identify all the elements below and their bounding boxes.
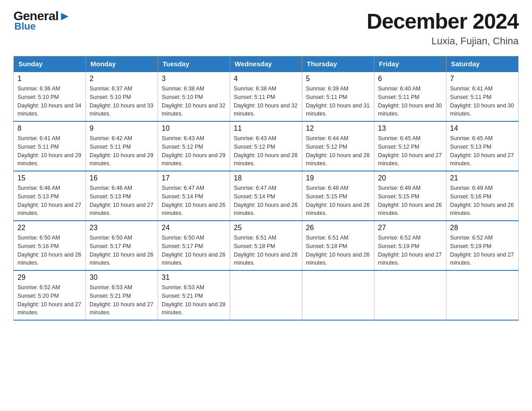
day-info: Sunrise: 6:50 AM Sunset: 5:17 PM Dayligh… [90,234,154,267]
table-row: 20 Sunrise: 6:49 AM Sunset: 5:15 PM Dayl… [374,171,446,221]
table-row: 27 Sunrise: 6:52 AM Sunset: 5:19 PM Dayl… [374,221,446,270]
sunrise-label: Sunrise: 6:48 AM [306,185,348,191]
sunset-label: Sunset: 5:14 PM [234,193,275,200]
day-info: Sunrise: 6:51 AM Sunset: 5:18 PM Dayligh… [306,234,370,267]
table-row: 10 Sunrise: 6:43 AM Sunset: 5:12 PM Dayl… [158,121,230,171]
day-info: Sunrise: 6:36 AM Sunset: 5:10 PM Dayligh… [17,85,82,118]
sunset-label: Sunset: 5:17 PM [162,243,203,249]
header-thursday: Thursday [302,56,374,72]
sunrise-label: Sunrise: 6:52 AM [378,235,420,241]
daylight-label: Daylight: 10 hours and 31 minutes. [306,103,369,117]
day-info: Sunrise: 6:41 AM Sunset: 5:11 PM Dayligh… [17,134,82,168]
sunrise-label: Sunrise: 6:46 AM [17,185,60,191]
sunrise-label: Sunrise: 6:40 AM [378,86,420,92]
sunset-label: Sunset: 5:11 PM [450,94,491,100]
sunrise-label: Sunrise: 6:50 AM [162,235,204,241]
header-monday: Monday [86,56,158,72]
daylight-label: Daylight: 10 hours and 27 minutes. [378,152,442,167]
daylight-label: Daylight: 10 hours and 26 minutes. [17,252,81,266]
sunrise-label: Sunrise: 6:52 AM [17,284,60,291]
sunset-label: Sunset: 5:14 PM [162,193,203,200]
sunset-label: Sunset: 5:16 PM [17,243,59,249]
day-info: Sunrise: 6:49 AM Sunset: 5:15 PM Dayligh… [378,184,442,218]
table-row: 18 Sunrise: 6:47 AM Sunset: 5:14 PM Dayl… [230,171,302,221]
table-row: 7 Sunrise: 6:41 AM Sunset: 5:11 PM Dayli… [446,72,519,121]
table-row: 6 Sunrise: 6:40 AM Sunset: 5:11 PM Dayli… [374,72,446,121]
table-row [446,270,519,320]
table-row: 3 Sunrise: 6:38 AM Sunset: 5:10 PM Dayli… [158,72,230,121]
day-info: Sunrise: 6:46 AM Sunset: 5:13 PM Dayligh… [90,184,154,218]
title-area: December 2024 Luxia, Fujian, China [367,9,519,47]
day-number: 3 [162,75,226,83]
sunrise-label: Sunrise: 6:37 AM [90,86,132,92]
table-row [302,270,374,320]
daylight-label: Daylight: 10 hours and 27 minutes. [450,252,514,266]
day-number: 7 [450,75,515,83]
table-row: 30 Sunrise: 6:53 AM Sunset: 5:21 PM Dayl… [86,270,158,320]
sunrise-label: Sunrise: 6:42 AM [90,135,132,141]
daylight-label: Daylight: 10 hours and 29 minutes. [17,152,81,167]
table-row: 17 Sunrise: 6:47 AM Sunset: 5:14 PM Dayl… [158,171,230,221]
sunrise-label: Sunrise: 6:47 AM [162,185,204,191]
daylight-label: Daylight: 10 hours and 30 minutes. [450,103,514,117]
day-number: 22 [17,224,82,232]
day-number: 13 [378,124,442,133]
sunrise-label: Sunrise: 6:38 AM [234,86,276,92]
header-saturday: Saturday [446,56,519,72]
daylight-label: Daylight: 10 hours and 33 minutes. [90,103,153,117]
day-number: 17 [162,174,226,182]
day-number: 15 [17,174,82,182]
day-info: Sunrise: 6:45 AM Sunset: 5:12 PM Dayligh… [378,134,442,168]
day-info: Sunrise: 6:52 AM Sunset: 5:19 PM Dayligh… [450,234,515,267]
sunset-label: Sunset: 5:18 PM [234,243,275,249]
table-row: 29 Sunrise: 6:52 AM Sunset: 5:20 PM Dayl… [14,270,86,320]
day-number: 19 [306,174,370,182]
sunrise-label: Sunrise: 6:51 AM [234,235,276,241]
daylight-label: Daylight: 10 hours and 28 minutes. [162,301,225,316]
sunrise-label: Sunrise: 6:52 AM [450,235,493,241]
daylight-label: Daylight: 10 hours and 26 minutes. [450,202,514,217]
sunset-label: Sunset: 5:13 PM [90,193,131,200]
table-row [230,270,302,320]
day-number: 1 [17,75,82,83]
sunrise-label: Sunrise: 6:49 AM [378,185,420,191]
header-sunday: Sunday [14,56,86,72]
day-info: Sunrise: 6:39 AM Sunset: 5:11 PM Dayligh… [306,85,370,118]
day-info: Sunrise: 6:53 AM Sunset: 5:21 PM Dayligh… [90,283,154,317]
header-wednesday: Wednesday [230,56,302,72]
day-number: 18 [234,174,298,182]
logo: General► Blue [13,9,71,32]
table-row: 11 Sunrise: 6:43 AM Sunset: 5:12 PM Dayl… [230,121,302,171]
sunset-label: Sunset: 5:13 PM [17,193,59,200]
day-info: Sunrise: 6:53 AM Sunset: 5:21 PM Dayligh… [162,283,226,317]
day-number: 24 [162,224,226,232]
table-row: 24 Sunrise: 6:50 AM Sunset: 5:17 PM Dayl… [158,221,230,270]
sunrise-label: Sunrise: 6:44 AM [306,135,348,141]
sunset-label: Sunset: 5:10 PM [90,94,131,100]
table-row: 15 Sunrise: 6:46 AM Sunset: 5:13 PM Dayl… [14,171,86,221]
table-row: 4 Sunrise: 6:38 AM Sunset: 5:11 PM Dayli… [230,72,302,121]
day-number: 29 [17,274,82,282]
sunset-label: Sunset: 5:11 PM [90,144,131,150]
day-info: Sunrise: 6:51 AM Sunset: 5:18 PM Dayligh… [234,234,298,267]
sunset-label: Sunset: 5:19 PM [378,243,419,249]
sunrise-label: Sunrise: 6:53 AM [162,284,204,291]
sunrise-label: Sunrise: 6:41 AM [450,86,493,92]
table-row: 28 Sunrise: 6:52 AM Sunset: 5:19 PM Dayl… [446,221,519,270]
header-tuesday: Tuesday [158,56,230,72]
table-row: 14 Sunrise: 6:45 AM Sunset: 5:13 PM Dayl… [446,121,519,171]
day-info: Sunrise: 6:41 AM Sunset: 5:11 PM Dayligh… [450,85,515,118]
sunset-label: Sunset: 5:21 PM [162,293,203,299]
day-number: 20 [378,174,442,182]
day-number: 10 [162,124,226,133]
daylight-label: Daylight: 10 hours and 30 minutes. [378,103,442,117]
calendar-week-row: 22 Sunrise: 6:50 AM Sunset: 5:16 PM Dayl… [14,221,519,270]
sunset-label: Sunset: 5:21 PM [90,293,131,299]
daylight-label: Daylight: 10 hours and 29 minutes. [162,152,225,167]
sunrise-label: Sunrise: 6:50 AM [90,235,132,241]
table-row: 12 Sunrise: 6:44 AM Sunset: 5:12 PM Dayl… [302,121,374,171]
daylight-label: Daylight: 10 hours and 27 minutes. [450,152,514,167]
day-info: Sunrise: 6:52 AM Sunset: 5:20 PM Dayligh… [17,283,82,317]
sunset-label: Sunset: 5:12 PM [378,144,419,150]
day-number: 2 [90,75,154,83]
